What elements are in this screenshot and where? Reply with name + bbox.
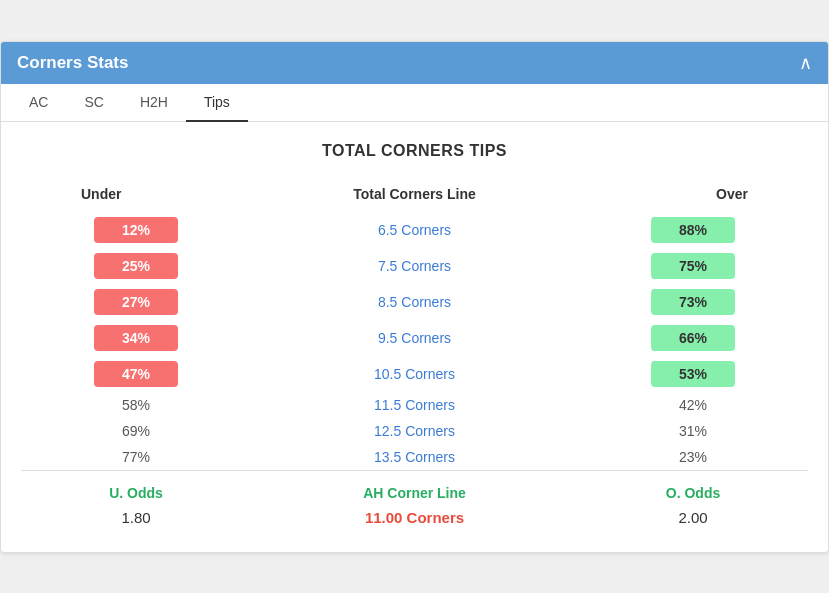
cell-over: 53% xyxy=(608,356,808,392)
cell-line: 12.5 Corners xyxy=(221,418,608,444)
footer-values-row: 1.8011.00 Corners2.00 xyxy=(21,505,808,532)
cell-line: 8.5 Corners xyxy=(221,284,608,320)
tab-tips[interactable]: Tips xyxy=(186,84,248,122)
footer-value-under: 1.80 xyxy=(21,505,221,532)
cell-line: 7.5 Corners xyxy=(221,248,608,284)
footer-header-over: O. Odds xyxy=(608,470,808,505)
footer-header-under: U. Odds xyxy=(21,470,221,505)
tab-sc[interactable]: SC xyxy=(66,84,121,122)
cell-under: 69% xyxy=(21,418,221,444)
cell-over: 88% xyxy=(608,212,808,248)
footer-value-line: 11.00 Corners xyxy=(221,505,608,532)
tabs-bar: AC SC H2H Tips xyxy=(1,84,828,122)
cell-line: 11.5 Corners xyxy=(221,392,608,418)
widget: Corners Stats ∧ AC SC H2H Tips TOTAL COR… xyxy=(0,41,829,553)
table-row: 47%10.5 Corners53% xyxy=(21,356,808,392)
table-row: 12%6.5 Corners88% xyxy=(21,212,808,248)
cell-over: 31% xyxy=(608,418,808,444)
cell-line: 10.5 Corners xyxy=(221,356,608,392)
table-row: 77%13.5 Corners23% xyxy=(21,444,808,471)
cell-line: 13.5 Corners xyxy=(221,444,608,471)
cell-over: 66% xyxy=(608,320,808,356)
widget-header: Corners Stats ∧ xyxy=(1,42,828,84)
widget-title: Corners Stats xyxy=(17,53,128,73)
table-row: 27%8.5 Corners73% xyxy=(21,284,808,320)
table-row: 34%9.5 Corners66% xyxy=(21,320,808,356)
table-row: 69%12.5 Corners31% xyxy=(21,418,808,444)
cell-under: 12% xyxy=(21,212,221,248)
col-header-over: Over xyxy=(608,180,808,212)
col-header-line: Total Corners Line xyxy=(221,180,608,212)
cell-under: 34% xyxy=(21,320,221,356)
section-title: TOTAL CORNERS TIPS xyxy=(21,142,808,160)
table-row: 58%11.5 Corners42% xyxy=(21,392,808,418)
cell-under: 47% xyxy=(21,356,221,392)
tab-h2h[interactable]: H2H xyxy=(122,84,186,122)
footer-header-line: AH Corner Line xyxy=(221,470,608,505)
cell-under: 77% xyxy=(21,444,221,471)
tab-ac[interactable]: AC xyxy=(11,84,66,122)
cell-under: 27% xyxy=(21,284,221,320)
tips-content: TOTAL CORNERS TIPS Under Total Corners L… xyxy=(1,122,828,552)
cell-over: 73% xyxy=(608,284,808,320)
footer-header-row: U. OddsAH Corner LineO. Odds xyxy=(21,470,808,505)
tips-table: Under Total Corners Line Over 12%6.5 Cor… xyxy=(21,180,808,532)
cell-line: 9.5 Corners xyxy=(221,320,608,356)
footer-value-over: 2.00 xyxy=(608,505,808,532)
cell-under: 25% xyxy=(21,248,221,284)
chevron-up-icon[interactable]: ∧ xyxy=(799,52,812,74)
cell-over: 42% xyxy=(608,392,808,418)
cell-over: 23% xyxy=(608,444,808,471)
cell-under: 58% xyxy=(21,392,221,418)
col-header-under: Under xyxy=(21,180,221,212)
cell-over: 75% xyxy=(608,248,808,284)
table-row: 25%7.5 Corners75% xyxy=(21,248,808,284)
cell-line: 6.5 Corners xyxy=(221,212,608,248)
